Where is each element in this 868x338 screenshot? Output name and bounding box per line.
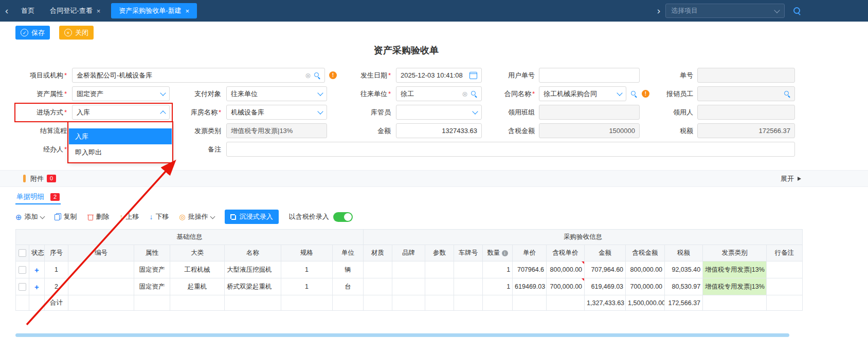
- asset-attr-select[interactable]: 固定资产: [72, 86, 170, 101]
- close-button[interactable]: × 关闭: [59, 26, 94, 40]
- project-select[interactable]: 选择项目: [665, 4, 785, 18]
- occur-date-input[interactable]: 2025-12-03 10:41:08: [396, 68, 482, 83]
- cell-code[interactable]: [68, 261, 134, 278]
- calendar-icon[interactable]: [469, 72, 477, 79]
- cell-row_remark[interactable]: [767, 261, 803, 278]
- cell-attr[interactable]: 固定资产: [134, 261, 170, 278]
- cell-category[interactable]: 工程机械: [170, 261, 225, 278]
- cell-qty[interactable]: 1: [483, 261, 513, 278]
- expand-icon: [798, 177, 801, 181]
- group-header-basic: 基础信息: [16, 230, 364, 245]
- contract-name-select[interactable]: 徐工机械采购合同: [539, 86, 626, 101]
- cell-name[interactable]: 大型液压挖掘机: [225, 261, 281, 278]
- cell-brand[interactable]: [392, 278, 425, 295]
- cell-tax[interactable]: 92,035.40: [665, 261, 703, 278]
- cell-spec[interactable]: 1: [281, 261, 333, 278]
- search-icon[interactable]: [314, 72, 320, 79]
- cell-plate[interactable]: [454, 261, 483, 278]
- expand-button[interactable]: 展开: [781, 174, 801, 183]
- cell-attr[interactable]: 固定资产: [134, 278, 170, 295]
- move-down-button[interactable]: ↓ 下移: [150, 212, 169, 221]
- total-brand: [392, 295, 425, 311]
- cell-unit[interactable]: 台: [333, 278, 364, 295]
- cell-param[interactable]: [425, 261, 454, 278]
- tab-contract-view[interactable]: 合同登记-查看 ×: [42, 0, 108, 22]
- attachment-icon: [23, 175, 26, 182]
- move-up-button[interactable]: ↑ 上移: [120, 212, 139, 221]
- cell-amount[interactable]: 619,469.03: [585, 278, 626, 295]
- tab-asset-purchase-new[interactable]: 资产采购验收单-新建 ×: [111, 3, 197, 18]
- pay-target-select[interactable]: 往来单位: [226, 86, 327, 101]
- cell-plate[interactable]: [454, 278, 483, 295]
- cell-seq[interactable]: 2: [45, 278, 68, 295]
- warehouse-keeper-select[interactable]: [396, 105, 482, 120]
- cell-row_remark[interactable]: [767, 278, 803, 295]
- tab-detail[interactable]: 单据明细 2: [15, 190, 61, 204]
- search-icon[interactable]: [630, 90, 637, 97]
- cell-spec[interactable]: 1: [281, 278, 333, 295]
- dropdown-option-1[interactable]: 入库: [69, 128, 172, 144]
- horizontal-scrollbar[interactable]: [15, 333, 789, 337]
- receive-team-input: [539, 105, 640, 120]
- copy-button[interactable]: 复制: [55, 212, 77, 221]
- save-button[interactable]: ✓ 保存: [15, 26, 50, 40]
- cell-category[interactable]: 起重机: [170, 278, 225, 295]
- chevron-up-icon: [160, 110, 166, 116]
- cell-code[interactable]: [68, 278, 134, 295]
- topbar-search-icon[interactable]: [793, 7, 801, 15]
- delete-button[interactable]: 删除: [87, 212, 110, 221]
- total-attr: [134, 295, 170, 311]
- cell-tax_price[interactable]: 800,000.00: [547, 261, 585, 278]
- search-icon[interactable]: [471, 90, 477, 97]
- dropdown-option-2[interactable]: 即入即出: [69, 144, 172, 160]
- cell-price[interactable]: 707964.6: [513, 261, 547, 278]
- cell-param[interactable]: [425, 278, 454, 295]
- cell-amount[interactable]: 707,964.60: [585, 261, 626, 278]
- cell-material[interactable]: [364, 278, 392, 295]
- amount-input[interactable]: 1327433.63: [396, 123, 482, 138]
- cell-invoice[interactable]: 增值税专用发票|13%: [703, 278, 767, 295]
- reimburse-staff-label: 报销员工: [653, 86, 693, 101]
- add-button[interactable]: ⊕ 添加: [15, 212, 44, 221]
- row-add-icon[interactable]: +: [29, 278, 45, 295]
- cell-brand[interactable]: [392, 261, 425, 278]
- counterparty-input[interactable]: 徐工 ⊗: [396, 86, 482, 101]
- close-label: 关闭: [75, 28, 88, 37]
- tax-entry-toggle[interactable]: [333, 212, 353, 222]
- cell-tax_amount[interactable]: 800,000.00: [626, 261, 665, 278]
- group-header-purchase: 采购验收信息: [364, 230, 803, 245]
- clear-icon[interactable]: ⊗: [305, 72, 311, 79]
- warehouse-name-select[interactable]: 机械设备库: [226, 105, 327, 120]
- batch-ops-button[interactable]: ◎ 批操作: [179, 212, 214, 221]
- close-tab-icon[interactable]: ×: [97, 7, 101, 15]
- cell-name[interactable]: 桥式双梁起重机: [225, 278, 281, 295]
- close-tab-icon[interactable]: ×: [186, 7, 190, 15]
- table-row: +2固定资产起重机桥式双梁起重机1台1619469.03700,000.0061…: [16, 278, 803, 295]
- copy-icon: [55, 213, 61, 220]
- row-checkbox[interactable]: [16, 278, 29, 295]
- tabs-forward-icon[interactable]: ›: [652, 0, 665, 22]
- cell-material[interactable]: [364, 261, 392, 278]
- reimburse-staff-input[interactable]: [697, 86, 795, 101]
- row-checkbox[interactable]: [16, 261, 29, 278]
- tabs-back-icon[interactable]: ‹: [0, 0, 13, 22]
- select-all-checkbox[interactable]: [16, 245, 29, 261]
- cell-tax_amount[interactable]: 700,000.00: [626, 278, 665, 295]
- cell-seq[interactable]: 1: [45, 261, 68, 278]
- clear-icon[interactable]: ⊗: [462, 90, 468, 98]
- cell-price[interactable]: 619469.03: [513, 278, 547, 295]
- page-title: 资产采购验收单: [0, 44, 812, 57]
- cell-invoice[interactable]: 增值税专用发票|13%: [703, 261, 767, 278]
- cell-qty[interactable]: 1: [483, 278, 513, 295]
- entry-mode-select[interactable]: 入库: [72, 105, 170, 120]
- tab-home[interactable]: 首页: [13, 0, 42, 22]
- user-no-input[interactable]: [539, 68, 640, 83]
- row-add-icon[interactable]: +: [29, 261, 45, 278]
- cell-tax[interactable]: 80,530.97: [665, 278, 703, 295]
- immersive-entry-button[interactable]: 沉浸式录入: [225, 210, 279, 224]
- remark-input[interactable]: [226, 142, 795, 157]
- project-org-input[interactable]: 金桥装配公司-机械设备库 ⊗: [72, 68, 325, 83]
- search-icon[interactable]: [784, 90, 790, 97]
- cell-tax_price[interactable]: 700,000.00: [547, 278, 585, 295]
- cell-unit[interactable]: 辆: [333, 261, 364, 278]
